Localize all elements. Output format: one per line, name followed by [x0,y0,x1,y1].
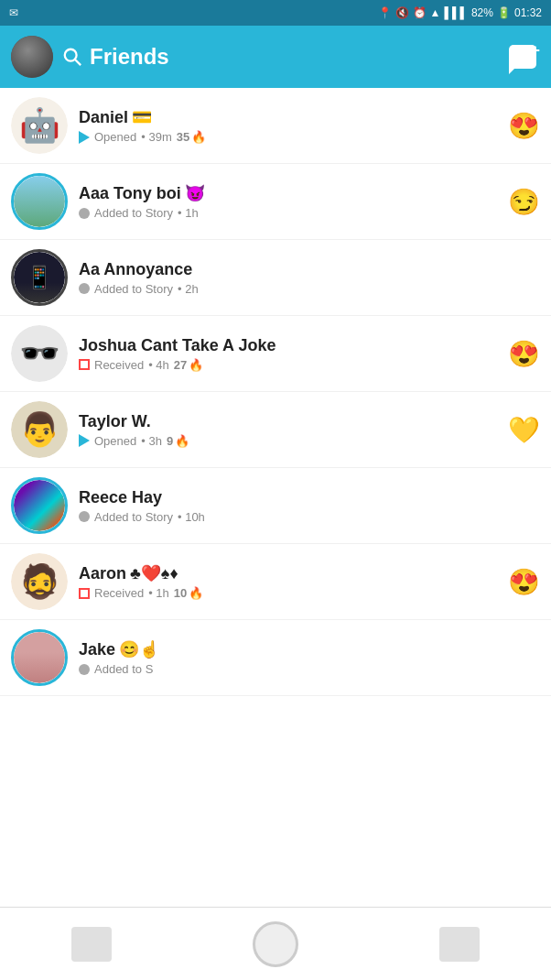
list-item[interactable]: 🧔 Aaron♣️❤️♠️♦️ Received • 1h 10🔥 😍 [0,544,551,620]
friend-status: Added to Story • 2h [79,282,540,296]
friends-list: 🤖 Daniel💳 Opened • 39m 35🔥 😍 Aaa Tony bo… [0,88,551,696]
friend-status: Opened • 3h 9🔥 [79,434,508,448]
status-label: Added to S [94,662,153,676]
list-item[interactable]: 📱 Aa Annoyance Added to Story • 2h [0,240,551,316]
plus-icon: + [530,41,540,60]
list-item[interactable]: Jake😊☝️ Added to S [0,620,551,696]
search-icon [62,47,82,67]
received-icon [79,588,90,599]
friend-info: Joshua Cant Take A Joke Received • 4h 27… [79,336,508,372]
friend-avatar [11,173,68,230]
friend-name: Taylor W. [79,412,508,431]
story-icon [79,283,90,294]
friend-info: Jake😊☝️ Added to S [79,639,540,676]
friend-status: Added to Story • 1h [79,206,508,220]
friend-info: Aaron♣️❤️♠️♦️ Received • 1h 10🔥 [79,563,508,600]
battery-percent: 82% [471,6,493,19]
friend-emoji: 💛 [508,415,540,445]
friend-emoji: 😏 [508,187,540,217]
status-time: • 1h [178,206,199,220]
list-item[interactable]: 🕶️ Joshua Cant Take A Joke Received • 4h… [0,316,551,392]
status-time: • 4h [148,358,169,372]
status-label: Received [94,586,144,600]
wifi-icon: ▲ [430,6,441,19]
friend-emoji: 😍 [508,339,540,369]
friend-info: Aa Annoyance Added to Story • 2h [79,260,540,296]
opened-icon [79,434,90,447]
nav-chat[interactable] [55,927,128,962]
friend-avatar: 🧔 [11,553,68,610]
friend-info: Daniel💳 Opened • 39m 35🔥 [79,107,508,144]
friend-name-emoji: 💳 [132,107,152,127]
alarm-icon: ⏰ [413,6,427,19]
friend-name: Aaa Tony boi😈 [79,183,508,203]
friend-avatar: 📱 [11,249,68,306]
friend-status: Received • 4h 27🔥 [79,358,508,372]
status-right: 📍 🔇 ⏰ ▲ ▌▌▌ 82% 🔋 01:32 [378,6,542,19]
friend-avatar [11,477,68,534]
user-avatar[interactable] [11,36,53,78]
friend-avatar: 🤖 [11,97,68,154]
status-bar: ✉ 📍 🔇 ⏰ ▲ ▌▌▌ 82% 🔋 01:32 [0,0,551,26]
streak-count: 35🔥 [177,130,206,144]
battery-icon: 🔋 [497,6,511,19]
nav-stories[interactable] [423,927,496,962]
list-item[interactable]: Aaa Tony boi😈 Added to Story • 1h 😏 [0,164,551,240]
friend-name-emoji: 😊☝️ [119,639,159,659]
streak-count: 9🔥 [167,434,189,448]
status-time: • 3h [141,434,162,448]
friend-emoji: 😍 [508,111,540,141]
status-label: Added to Story [94,282,173,296]
list-item[interactable]: 🤖 Daniel💳 Opened • 39m 35🔥 😍 [0,88,551,164]
story-icon [79,208,90,219]
nav-capture[interactable] [239,921,312,967]
friend-name: Aaron♣️❤️♠️♦️ [79,563,508,583]
friend-avatar [11,629,68,686]
friend-status: Opened • 39m 35🔥 [79,130,508,144]
received-icon [79,359,90,370]
friend-avatar: 👨 [11,401,68,458]
story-icon [79,664,90,675]
friend-name: Joshua Cant Take A Joke [79,336,508,355]
streak-count: 10🔥 [174,586,203,600]
friend-info: Reece Hay Added to Story • 10h [79,488,540,524]
friend-name: Daniel💳 [79,107,508,127]
friend-status: Received • 1h 10🔥 [79,586,508,600]
friend-name-emoji: ♣️❤️♠️♦️ [130,563,178,583]
status-label: Added to Story [94,206,173,220]
compose-button[interactable]: + [505,41,540,72]
friend-info: Aaa Tony boi😈 Added to Story • 1h [79,183,508,220]
search-area[interactable]: Friends [62,44,505,70]
story-icon [79,511,90,522]
friend-name: Reece Hay [79,488,540,507]
status-time: • 2h [178,282,199,296]
status-label: Received [94,358,144,372]
friend-name: Jake😊☝️ [79,639,540,659]
status-label: Added to Story [94,510,173,524]
page-title: Friends [90,44,169,70]
status-time: • 1h [148,586,169,600]
friend-info: Taylor W. Opened • 3h 9🔥 [79,412,508,448]
mute-icon: 🔇 [395,6,409,19]
status-left: ✉ [9,6,18,19]
friend-avatar: 🕶️ [11,325,68,382]
status-time: • 39m [141,130,171,144]
friend-status: Added to S [79,662,540,676]
opened-icon [79,131,90,144]
bottom-nav [0,907,551,980]
streak-count: 27🔥 [174,358,203,372]
svg-point-0 [65,49,77,61]
mail-icon: ✉ [9,6,18,19]
status-time: • 10h [178,510,205,524]
svg-line-1 [75,60,81,65]
status-label: Opened [94,434,136,448]
friend-name: Aa Annoyance [79,260,540,279]
signal-icon: ▌▌▌ [444,6,468,19]
list-item[interactable]: 👨 Taylor W. Opened • 3h 9🔥 💛 [0,392,551,468]
time-display: 01:32 [514,6,542,19]
friend-name-emoji: 😈 [185,183,205,203]
friend-status: Added to Story • 10h [79,510,540,524]
list-item[interactable]: Reece Hay Added to Story • 10h [0,468,551,544]
status-label: Opened [94,130,136,144]
friend-emoji: 😍 [508,567,540,597]
